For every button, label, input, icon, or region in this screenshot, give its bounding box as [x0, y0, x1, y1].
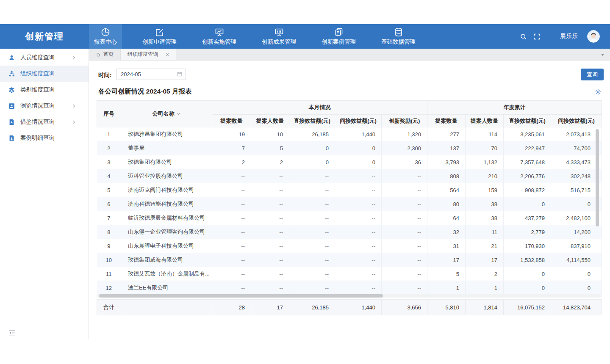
tab-label: 组织维度查询 — [128, 51, 158, 58]
time-filter-label: 时间: — [98, 72, 112, 79]
gear-icon[interactable] — [595, 88, 602, 95]
chevron-right-icon — [72, 104, 76, 108]
nav-item-1[interactable]: 报表中心 — [89, 24, 122, 49]
tab-2[interactable]: 组织维度查询× — [120, 49, 176, 60]
caret-down-icon — [176, 110, 181, 117]
horizontal-scrollbar-thumb[interactable] — [99, 294, 383, 298]
cell-value: 2 — [466, 267, 504, 281]
horizontal-scrollbar — [97, 294, 602, 298]
cell-value: -- — [335, 183, 382, 197]
cell-value: -- — [289, 225, 335, 239]
cell-value: 516,715 — [551, 183, 602, 197]
table-row: 7临沂玫德庚辰金属材料有限公司----------6438437,2792,48… — [97, 211, 602, 225]
cell-value: 210 — [466, 169, 504, 183]
table-row: 1玫德雅昌集团有限公司191026,1851,4401,3202771143,2… — [97, 127, 602, 141]
cell-seq: 8 — [97, 225, 121, 239]
cell-value: -- — [382, 183, 427, 197]
cell-value: 5 — [427, 267, 466, 281]
cell-value: 64 — [427, 211, 466, 225]
presentation-board-icon — [274, 27, 284, 37]
cell-value: 170,930 — [504, 239, 551, 253]
cell-value: 564 — [427, 183, 466, 197]
cell-value: -- — [382, 225, 427, 239]
nav-item-6[interactable]: 基础数据管理 — [376, 24, 421, 49]
user-icon — [8, 55, 15, 61]
nav-item-5[interactable]: 创新案例管理 — [316, 24, 361, 49]
nav-item-3[interactable]: 创新实施管理 — [197, 24, 241, 49]
top-navigation-bar: 创新管理 报表中心创新申请管理创新实施管理创新成果管理创新案例管理基础数据管理 … — [0, 24, 610, 49]
cell-value: 2 — [212, 155, 251, 169]
username[interactable]: 展乐乐 — [560, 33, 578, 40]
cell-company-name: 济南迈克阀门科技有限公司 — [121, 183, 212, 197]
column-header-4: 间接效益额(元) — [335, 115, 382, 127]
vertical-scrollbar-thumb[interactable] — [596, 129, 599, 226]
date-input[interactable] — [116, 69, 186, 80]
cell-value: -- — [335, 197, 382, 211]
cell-company-name: 玫德艾瓦兹（济南）金属制品有... — [121, 267, 212, 281]
cell-value: -- — [335, 281, 382, 295]
total-value: 17 — [251, 300, 289, 315]
nav-item-2[interactable]: 创新申请管理 — [137, 24, 182, 49]
cell-value: 114 — [466, 127, 504, 141]
cell-value: 3,235,061 — [504, 127, 551, 141]
tabs-dropdown-caret-icon[interactable] — [600, 52, 605, 57]
sidebar-item-4[interactable]: 浏览情况查询 — [0, 98, 89, 114]
sidebar-item-3[interactable]: 类别维度查询 — [0, 82, 89, 98]
layers-icon — [8, 87, 15, 93]
cell-value: -- — [212, 183, 251, 197]
cell-value: 2,482,100 — [551, 211, 602, 225]
cell-value: -- — [212, 169, 251, 183]
sidebar-item-5[interactable]: 借鉴情况查询 — [0, 114, 89, 130]
nav-item-label: 创新成果管理 — [262, 38, 296, 46]
cell-value: 2 — [251, 155, 289, 169]
date-picker — [116, 69, 186, 80]
cell-seq: 12 — [97, 281, 121, 295]
cell-value: -- — [382, 239, 427, 253]
cell-value: 1,320 — [382, 127, 427, 141]
doc-star-icon — [8, 119, 15, 125]
cell-value: -- — [251, 253, 289, 267]
column-header-9: 间接效益额(元) — [551, 115, 602, 127]
sidebar-item-2[interactable]: 组织维度查询 — [0, 66, 89, 82]
cell-value: -- — [289, 183, 335, 197]
cell-value: -- — [212, 281, 251, 295]
close-icon[interactable]: × — [166, 52, 169, 58]
cell-value: 222,947 — [504, 141, 551, 155]
sidebar-item-6[interactable]: 案例明细查询 — [0, 130, 89, 146]
doc-user-icon — [8, 135, 15, 141]
nav-item-label: 创新案例管理 — [322, 38, 356, 46]
cell-seq: 9 — [97, 239, 121, 253]
column-header-company[interactable]: 公司名称 — [121, 101, 212, 127]
cell-value: 137 — [427, 141, 466, 155]
fullscreen-icon[interactable] — [533, 33, 541, 40]
avatar[interactable] — [587, 30, 600, 43]
cell-value: 80 — [427, 197, 466, 211]
cell-value: 1,132 — [466, 155, 504, 169]
cell-value: 36 — [382, 155, 427, 169]
cell-company-name: 临沂玫德庚辰金属材料有限公司 — [121, 211, 212, 225]
cell-value: 11 — [466, 225, 504, 239]
search-icon[interactable] — [520, 33, 527, 40]
query-button[interactable]: 查询 — [581, 69, 604, 80]
cell-value: -- — [212, 211, 251, 225]
cell-value: -- — [382, 281, 427, 295]
cell-value: -- — [335, 225, 382, 239]
sidebar-item-1[interactable]: 人员维度查询 — [0, 50, 89, 66]
calendar-icon[interactable] — [177, 71, 183, 77]
sidebar-collapse-icon[interactable] — [8, 330, 16, 336]
cell-value: 31 — [427, 239, 466, 253]
documents-icon — [334, 27, 344, 37]
cell-value: 0 — [335, 155, 382, 169]
group-header-month: 本月情况 — [212, 101, 427, 115]
tab-label: 首页 — [103, 51, 114, 58]
cell-value: 19 — [212, 127, 251, 141]
nav-item-4[interactable]: 创新成果管理 — [257, 24, 301, 49]
cell-value: 1,532,858 — [504, 253, 551, 267]
cell-value: 1 — [427, 281, 466, 295]
tab-1[interactable]: 首页 — [89, 49, 120, 60]
total-row: 合计-281726,1851,4403,6565,8101,81416,075,… — [97, 300, 602, 315]
cell-seq: 1 — [97, 127, 121, 141]
cell-seq: 7 — [97, 211, 121, 225]
sidebar-item-label: 浏览情况查询 — [20, 102, 55, 110]
cell-company-name: 玫德集团有限公司 — [121, 155, 212, 169]
